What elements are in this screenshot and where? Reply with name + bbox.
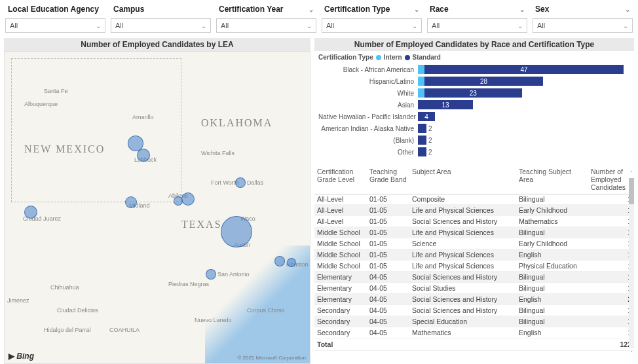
table-cell: 1 [588,216,634,227]
chevron-down-icon[interactable]: ⌄ [307,22,312,29]
bar-standard: 4 [418,112,435,121]
table-row[interactable]: Middle School01-05Life and Physical Scie… [314,261,634,272]
bar-category-label: Black - African American [318,66,417,73]
scroll-down-icon[interactable]: ˅ [629,350,634,356]
table-row[interactable]: Middle School01-05Life and Physical Scie… [314,249,634,261]
table-cell: 1 [588,327,634,338]
table-scrollbar[interactable]: ˄ ˅ [629,178,634,348]
map-bubble[interactable] [174,196,183,206]
table-cell: Middle School [314,261,367,272]
bar-row[interactable]: White23 [318,87,630,99]
table-cell: 1 [588,261,634,272]
filter-1: CampusAll⌄ [111,3,211,33]
filter-dropdown[interactable]: All⌄ [111,18,211,33]
table-cell: 1 [588,238,634,249]
filter-2: Certification Year⌄All⌄ [216,3,316,33]
bar-row[interactable]: Asian13 [318,99,630,111]
table-cell: All-Level [314,194,367,205]
chevron-down-icon[interactable]: ⌄ [96,22,101,29]
filter-dropdown[interactable]: All⌄ [5,18,105,33]
table-row[interactable]: Middle School01-05Life and Physical Scie… [314,227,634,238]
table-cell: 04-05 [367,316,409,327]
table-cell: 1 [588,305,634,316]
total-value: 122 [588,338,634,351]
bar-intern [418,65,424,74]
map-copyright: © 2021 Microsoft Corporation [237,355,306,361]
filter-dropdown[interactable]: All⌄ [322,18,422,33]
bar-standard: 47 [424,65,624,74]
chevron-down-icon[interactable]: ⌄ [309,6,314,13]
table-cell: Early Childhood [516,205,588,216]
map-bubble[interactable] [137,149,150,162]
table-panel[interactable]: Certification Grade LevelTeaching Grade … [314,165,634,364]
bar-row[interactable]: American Indian - Alaska Native2 [318,122,630,134]
map-bubble[interactable] [287,258,296,267]
map-city-label: Chihuahua [50,284,79,291]
map-city-label: Fort Worth [211,179,238,186]
bar-row[interactable]: Other2 [318,146,630,158]
bar-value-label: 2 [428,125,432,132]
map-visual[interactable]: ▶ Bing © 2021 Microsoft Corporation NEW … [4,51,310,364]
map-bubble[interactable] [24,206,37,219]
table-row[interactable]: Secondary04-05MathematicsEnglish1 [314,327,634,338]
table-row[interactable]: Secondary04-05Social Sciences and Histor… [314,305,634,316]
table-row[interactable]: Elementary04-05Social Sciences and Histo… [314,272,634,283]
table-header[interactable]: Number of Employed Candidates [588,165,634,194]
table-row[interactable]: Secondary04-05Special EducationBilingual… [314,316,634,327]
chevron-down-icon[interactable]: ⌄ [625,6,630,13]
table-row[interactable]: All-Level01-05Social Sciences and Histor… [314,216,634,227]
bar-row[interactable]: Black - African American47 [318,64,630,75]
chevron-down-icon[interactable]: ⌄ [412,22,417,29]
map-bubble[interactable] [221,216,252,247]
table-row[interactable]: Middle School01-05ScienceEarly Childhood… [314,238,634,249]
table-cell: Life and Physical Sciences [409,205,516,216]
bar-category-label: American Indian - Alaska Native [318,125,417,132]
table-row[interactable]: All-Level01-05Life and Physical Sciences… [314,205,634,216]
chevron-down-icon[interactable]: ⌄ [519,6,525,13]
filter-dropdown[interactable]: All⌄ [533,18,633,33]
chevron-down-icon[interactable]: ⌄ [517,22,523,29]
map-bubble[interactable] [274,256,285,266]
bar-row[interactable]: Native Hawaiian - Pacific Islander4 [318,111,630,122]
bar-row[interactable]: Hispanic/Latino28 [318,75,630,87]
filter-label[interactable]: Campus [111,3,211,16]
table-cell: Special Education [409,316,516,327]
table-cell: Social Sciences and History [409,294,516,305]
scroll-up-icon[interactable]: ˄ [629,170,634,176]
bar-category-label: Native Hawaiian - Pacific Islander [318,113,417,120]
table-row[interactable]: All-Level01-05CompositeBilingual1 [314,194,634,205]
map-city-label: Nuevo Laredo [195,317,232,323]
map-bubble[interactable] [125,196,137,208]
filter-label[interactable]: Local Education Agency [5,3,105,16]
bar-standard: 23 [424,88,522,98]
filter-bar: Local Education AgencyAll⌄CampusAll⌄Cert… [0,0,638,38]
chevron-down-icon[interactable]: ⌄ [623,22,628,29]
map-panel: Number of Employed Candidates by LEA ▶ B… [4,38,310,364]
filter-label[interactable]: Sex⌄ [533,3,633,16]
map-bubble[interactable] [206,269,216,280]
filter-label[interactable]: Certification Year⌄ [216,3,316,16]
table-cell: Bilingual [516,305,588,316]
table-header[interactable]: Subject Area [409,165,516,194]
table-row[interactable]: Elementary04-05Social StudiesBilingual1 [314,283,634,294]
filter-label[interactable]: Race⌄ [427,3,527,16]
bar-category-label: White [318,90,417,97]
bar-row[interactable]: (Blank)2 [318,134,630,146]
map-bubble[interactable] [235,177,246,188]
table-cell: 04-05 [367,283,409,294]
table-cell: Life and Physical Sciences [409,227,516,238]
bar-category-label: Other [318,149,417,156]
table-header[interactable]: Certification Grade Level [314,165,367,194]
chevron-down-icon[interactable]: ⌄ [414,6,419,13]
chevron-down-icon[interactable]: ⌄ [201,22,206,29]
table-row[interactable]: Elementary04-05Social Sciences and Histo… [314,294,634,305]
scrollbar-thumb[interactable] [629,178,634,204]
filter-label[interactable]: Certification Type⌄ [322,3,422,16]
table-header[interactable]: Teaching Subject Area [516,165,588,194]
filter-dropdown[interactable]: All⌄ [216,18,316,33]
chart-body[interactable]: Certification Type Intern Standard Black… [314,51,634,162]
filter-dropdown[interactable]: All⌄ [427,18,527,33]
map-bubble[interactable] [181,192,195,206]
table-header[interactable]: Teaching Grade Band [367,165,409,194]
table-cell: English [516,294,588,305]
